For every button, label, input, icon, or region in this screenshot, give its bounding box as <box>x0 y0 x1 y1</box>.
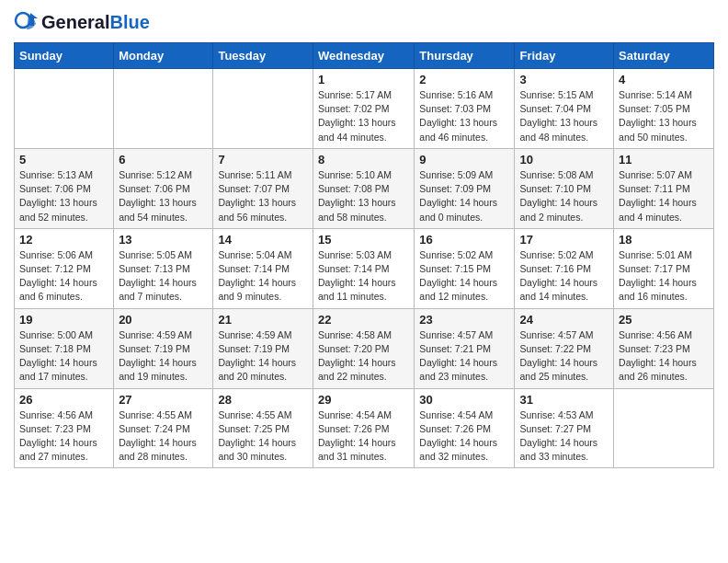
day-info: Sunrise: 4:54 AMSunset: 7:26 PMDaylight:… <box>419 408 509 465</box>
day-number: 1 <box>318 73 409 86</box>
logo-text: GeneralBlue <box>41 12 150 32</box>
calendar-week-5: 26Sunrise: 4:56 AMSunset: 7:23 PMDayligh… <box>15 388 714 468</box>
weekday-tuesday: Tuesday <box>213 43 313 69</box>
calendar-cell: 26Sunrise: 4:56 AMSunset: 7:23 PMDayligh… <box>15 388 114 468</box>
weekday-sunday: Sunday <box>15 43 114 69</box>
day-number: 29 <box>318 393 409 407</box>
day-number: 16 <box>419 233 509 247</box>
calendar-cell: 6Sunrise: 5:12 AMSunset: 7:06 PMDaylight… <box>114 148 213 228</box>
day-info: Sunrise: 5:08 AMSunset: 7:10 PMDaylight:… <box>519 168 609 224</box>
calendar-cell: 24Sunrise: 4:57 AMSunset: 7:22 PMDayligh… <box>515 308 614 388</box>
day-number: 10 <box>519 153 609 167</box>
day-info: Sunrise: 4:54 AMSunset: 7:26 PMDaylight:… <box>318 408 409 465</box>
day-number: 17 <box>519 233 609 247</box>
day-info: Sunrise: 4:57 AMSunset: 7:21 PMDaylight:… <box>419 328 509 385</box>
calendar-cell: 10Sunrise: 5:08 AMSunset: 7:10 PMDayligh… <box>515 148 614 228</box>
calendar-page: GeneralBlue SundayMondayTuesdayWednesday… <box>0 0 728 563</box>
weekday-monday: Monday <box>114 43 213 69</box>
day-info: Sunrise: 4:55 AMSunset: 7:24 PMDaylight:… <box>119 408 208 465</box>
day-info: Sunrise: 5:05 AMSunset: 7:13 PMDaylight:… <box>119 248 208 304</box>
day-number: 2 <box>419 73 509 86</box>
day-info: Sunrise: 5:16 AMSunset: 7:03 PMDaylight:… <box>419 88 509 144</box>
day-number: 24 <box>519 313 609 327</box>
day-info: Sunrise: 5:11 AMSunset: 7:07 PMDaylight:… <box>218 168 308 224</box>
day-info: Sunrise: 5:02 AMSunset: 7:16 PMDaylight:… <box>519 248 609 304</box>
calendar-cell: 23Sunrise: 4:57 AMSunset: 7:21 PMDayligh… <box>415 308 515 388</box>
calendar-cell <box>114 69 213 149</box>
day-info: Sunrise: 5:14 AMSunset: 7:05 PMDaylight:… <box>619 88 709 144</box>
calendar-table: SundayMondayTuesdayWednesdayThursdayFrid… <box>14 42 714 468</box>
calendar-cell: 11Sunrise: 5:07 AMSunset: 7:11 PMDayligh… <box>614 148 714 228</box>
day-info: Sunrise: 5:12 AMSunset: 7:06 PMDaylight:… <box>119 168 208 224</box>
weekday-thursday: Thursday <box>415 43 515 69</box>
day-number: 21 <box>218 313 308 327</box>
day-number: 14 <box>218 233 308 247</box>
calendar-cell <box>614 388 714 468</box>
day-number: 19 <box>19 313 108 327</box>
calendar-cell: 2Sunrise: 5:16 AMSunset: 7:03 PMDaylight… <box>415 69 515 149</box>
calendar-cell: 22Sunrise: 4:58 AMSunset: 7:20 PMDayligh… <box>313 308 414 388</box>
calendar-week-1: 1Sunrise: 5:17 AMSunset: 7:02 PMDaylight… <box>15 69 714 149</box>
day-number: 12 <box>19 233 108 247</box>
day-number: 25 <box>619 313 709 327</box>
day-number: 9 <box>419 153 509 167</box>
calendar-cell: 12Sunrise: 5:06 AMSunset: 7:12 PMDayligh… <box>15 228 114 308</box>
calendar-cell: 5Sunrise: 5:13 AMSunset: 7:06 PMDaylight… <box>15 148 114 228</box>
day-info: Sunrise: 4:59 AMSunset: 7:19 PMDaylight:… <box>218 328 308 385</box>
weekday-wednesday: Wednesday <box>313 43 414 69</box>
day-info: Sunrise: 5:17 AMSunset: 7:02 PMDaylight:… <box>318 88 409 144</box>
day-number: 4 <box>619 73 709 86</box>
day-info: Sunrise: 5:03 AMSunset: 7:14 PMDaylight:… <box>318 248 409 304</box>
calendar-cell <box>213 69 313 149</box>
logo: GeneralBlue <box>14 9 150 35</box>
day-info: Sunrise: 4:59 AMSunset: 7:19 PMDaylight:… <box>119 328 208 385</box>
page-header: GeneralBlue <box>14 9 714 35</box>
day-info: Sunrise: 5:02 AMSunset: 7:15 PMDaylight:… <box>419 248 509 304</box>
day-info: Sunrise: 5:10 AMSunset: 7:08 PMDaylight:… <box>318 168 409 224</box>
calendar-cell: 14Sunrise: 5:04 AMSunset: 7:14 PMDayligh… <box>213 228 313 308</box>
day-number: 13 <box>119 233 208 247</box>
day-number: 5 <box>19 153 108 167</box>
calendar-cell <box>15 69 114 149</box>
calendar-cell: 28Sunrise: 4:55 AMSunset: 7:25 PMDayligh… <box>213 388 313 468</box>
day-number: 18 <box>619 233 709 247</box>
day-number: 6 <box>119 153 208 167</box>
calendar-cell: 9Sunrise: 5:09 AMSunset: 7:09 PMDaylight… <box>415 148 515 228</box>
calendar-cell: 20Sunrise: 4:59 AMSunset: 7:19 PMDayligh… <box>114 308 213 388</box>
weekday-header-row: SundayMondayTuesdayWednesdayThursdayFrid… <box>15 43 714 69</box>
weekday-friday: Friday <box>515 43 614 69</box>
day-number: 27 <box>119 393 208 407</box>
day-number: 20 <box>119 313 208 327</box>
day-info: Sunrise: 5:00 AMSunset: 7:18 PMDaylight:… <box>19 328 108 385</box>
calendar-cell: 17Sunrise: 5:02 AMSunset: 7:16 PMDayligh… <box>515 228 614 308</box>
calendar-cell: 31Sunrise: 4:53 AMSunset: 7:27 PMDayligh… <box>515 388 614 468</box>
day-info: Sunrise: 4:58 AMSunset: 7:20 PMDaylight:… <box>318 328 409 385</box>
day-number: 8 <box>318 153 409 167</box>
weekday-saturday: Saturday <box>614 43 714 69</box>
day-info: Sunrise: 5:09 AMSunset: 7:09 PMDaylight:… <box>419 168 509 224</box>
day-number: 28 <box>218 393 308 407</box>
day-info: Sunrise: 5:15 AMSunset: 7:04 PMDaylight:… <box>519 88 609 144</box>
day-info: Sunrise: 4:56 AMSunset: 7:23 PMDaylight:… <box>19 408 108 465</box>
day-info: Sunrise: 4:55 AMSunset: 7:25 PMDaylight:… <box>218 408 308 465</box>
day-number: 31 <box>519 393 609 407</box>
calendar-cell: 7Sunrise: 5:11 AMSunset: 7:07 PMDaylight… <box>213 148 313 228</box>
calendar-cell: 4Sunrise: 5:14 AMSunset: 7:05 PMDaylight… <box>614 69 714 149</box>
day-info: Sunrise: 5:07 AMSunset: 7:11 PMDaylight:… <box>619 168 709 224</box>
calendar-cell: 30Sunrise: 4:54 AMSunset: 7:26 PMDayligh… <box>415 388 515 468</box>
calendar-cell: 27Sunrise: 4:55 AMSunset: 7:24 PMDayligh… <box>114 388 213 468</box>
calendar-cell: 13Sunrise: 5:05 AMSunset: 7:13 PMDayligh… <box>114 228 213 308</box>
calendar-cell: 3Sunrise: 5:15 AMSunset: 7:04 PMDaylight… <box>515 69 614 149</box>
day-number: 30 <box>419 393 509 407</box>
day-number: 23 <box>419 313 509 327</box>
day-number: 22 <box>318 313 409 327</box>
day-number: 15 <box>318 233 409 247</box>
logo-icon <box>14 9 40 35</box>
day-number: 3 <box>519 73 609 86</box>
day-number: 11 <box>619 153 709 167</box>
day-info: Sunrise: 4:56 AMSunset: 7:23 PMDaylight:… <box>619 328 709 385</box>
day-info: Sunrise: 5:01 AMSunset: 7:17 PMDaylight:… <box>619 248 709 304</box>
day-info: Sunrise: 5:13 AMSunset: 7:06 PMDaylight:… <box>19 168 108 224</box>
calendar-cell: 21Sunrise: 4:59 AMSunset: 7:19 PMDayligh… <box>213 308 313 388</box>
calendar-cell: 16Sunrise: 5:02 AMSunset: 7:15 PMDayligh… <box>415 228 515 308</box>
